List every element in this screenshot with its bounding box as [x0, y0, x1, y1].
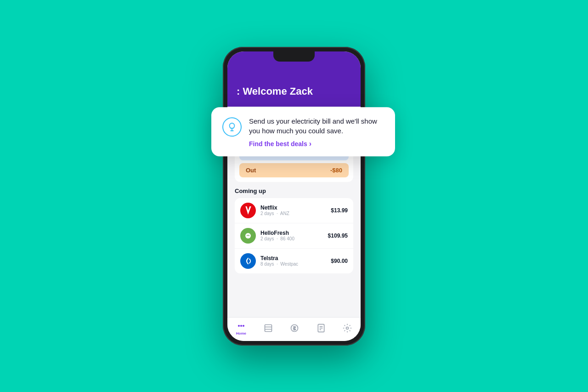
phone-screen: : Welcome Zack Pay account $1,340 › In + — [227, 51, 361, 341]
bulb-icon — [222, 117, 242, 136]
svg-point-4 — [243, 324, 244, 326]
svg-point-3 — [240, 324, 242, 326]
nav-item-money[interactable] — [290, 324, 299, 333]
svg-point-13 — [346, 327, 349, 330]
nav-item-home[interactable]: Home — [236, 321, 246, 335]
netflix-meta: 2 days · ANZ — [260, 211, 326, 216]
app-background: Send us your electricity bill and we'll … — [0, 0, 588, 392]
arrow-icon: › — [309, 140, 311, 148]
bottom-nav: Home — [227, 317, 361, 341]
cashflow-out-label: Out — [246, 167, 256, 174]
hellofresh-meta: 2 days · 86 400 — [260, 236, 323, 241]
netflix-details: Netflix 2 days · ANZ — [260, 205, 326, 216]
telstra-meta: 8 days · Westpac — [260, 261, 326, 267]
netflix-amount: $13.99 — [331, 207, 348, 214]
home-icon — [237, 321, 246, 330]
coming-up-section: Coming up Netflix 2 days · ANZ $13.99 — [235, 187, 353, 273]
phone-notch — [273, 51, 315, 62]
svg-point-2 — [238, 324, 240, 326]
hellofresh-logo — [240, 228, 256, 244]
coming-up-label: Coming up — [235, 187, 353, 194]
hellofresh-name: HelloFresh — [260, 230, 323, 236]
telstra-details: Telstra 8 days · Westpac — [260, 255, 326, 267]
svg-rect-5 — [265, 325, 271, 332]
home-nav-label: Home — [236, 331, 246, 335]
hellofresh-details: HelloFresh 2 days · 86 400 — [260, 230, 323, 241]
netflix-name: Netflix — [260, 205, 326, 211]
nav-item-settings[interactable] — [343, 324, 352, 333]
settings-icon — [343, 324, 352, 333]
phone-device: : Welcome Zack Pay account $1,340 › In + — [223, 47, 365, 346]
cashflow-out-amount: -$80 — [330, 167, 342, 174]
telstra-logo — [240, 253, 256, 269]
docs-icon — [317, 324, 326, 333]
list-item[interactable]: Telstra 8 days · Westpac $90.00 — [235, 249, 353, 273]
bills-icon — [264, 324, 273, 333]
netflix-logo — [240, 203, 256, 218]
telstra-amount: $90.00 — [331, 258, 348, 264]
telstra-name: Telstra — [260, 255, 326, 261]
hellofresh-amount: $109.95 — [328, 233, 348, 239]
list-item[interactable]: HelloFresh 2 days · 86 400 $109.95 — [235, 223, 353, 249]
list-item[interactable]: Netflix 2 days · ANZ $13.99 — [235, 198, 353, 223]
cashflow-out-bar[interactable]: Out -$80 — [239, 163, 349, 177]
money-icon — [290, 324, 299, 333]
nav-item-docs[interactable] — [317, 324, 326, 333]
nav-item-bills[interactable] — [264, 324, 273, 333]
promo-link[interactable]: Find the best deals › — [249, 140, 384, 148]
promo-message: Send us your electricity bill and we'll … — [249, 116, 384, 136]
welcome-text: : Welcome Zack — [237, 85, 313, 97]
promo-card[interactable]: Send us your electricity bill and we'll … — [211, 107, 395, 157]
transaction-list: Netflix 2 days · ANZ $13.99 HelloFr — [235, 198, 353, 273]
